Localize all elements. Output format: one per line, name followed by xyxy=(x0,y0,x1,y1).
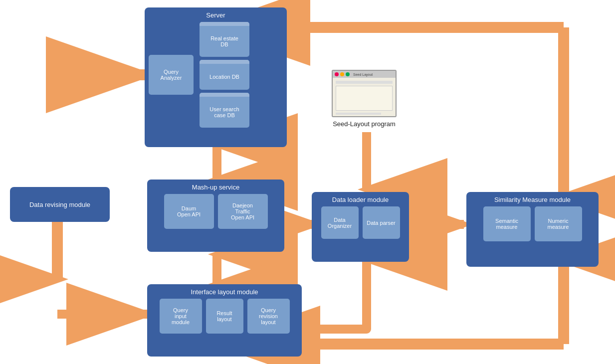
seed-window: Seed Layout xyxy=(332,70,397,117)
interface-layout-box: Interface layout module Queryinputmodule… xyxy=(147,284,302,357)
arrows-layer xyxy=(0,0,615,364)
numeric-measure: Numericmeasure xyxy=(535,206,582,241)
similarity-items: Semanticmeasure Numericmeasure xyxy=(483,206,582,241)
seed-titlebar: Seed Layout xyxy=(333,71,396,78)
seed-btn-min xyxy=(340,72,344,76)
similarity-box: Similarity Measure module Semanticmeasur… xyxy=(466,192,599,267)
daum-api: DaumOpen API xyxy=(164,194,214,229)
query-analyzer-box: QueryAnalyzer xyxy=(149,55,194,95)
mashup-items: DaumOpen API DaejeonTrafficOpen API xyxy=(164,194,268,229)
real-estate-db: Real estateDB xyxy=(200,22,249,57)
interface-layout-items: Queryinputmodule Resultlayout Queryrevis… xyxy=(160,299,290,334)
seed-label: Seed-Layout program xyxy=(333,120,396,128)
query-input-module: Queryinputmodule xyxy=(160,299,202,334)
data-organizer: DataOrganizer xyxy=(321,206,359,239)
db-column: Real estateDB Location DB User searchcas… xyxy=(200,22,249,128)
daejeon-api: DaejeonTrafficOpen API xyxy=(218,194,268,229)
semantic-measure: Semanticmeasure xyxy=(483,206,531,241)
seed-program-container: Seed Layout Seed-Layout program xyxy=(332,70,397,128)
query-analyzer-label: QueryAnalyzer xyxy=(161,69,182,81)
data-loader-items: DataOrganizer Data parser xyxy=(321,206,400,239)
mashup-title: Mash-up service xyxy=(192,183,239,191)
similarity-title: Similarity Measure module xyxy=(494,196,571,203)
data-loader-title: Data loader module xyxy=(332,196,389,203)
seed-btn-max xyxy=(346,72,350,76)
location-db: Location DB xyxy=(200,60,249,90)
data-revising-box: Data revising module xyxy=(10,187,110,222)
query-revision-layout: Queryrevisionlayout xyxy=(247,299,290,334)
server-box: Server QueryAnalyzer Real estateDB Locat… xyxy=(145,7,287,147)
result-layout: Resultlayout xyxy=(206,299,243,334)
mashup-box: Mash-up service DaumOpen API DaejeonTraf… xyxy=(147,180,284,252)
data-loader-box: Data loader module DataOrganizer Data pa… xyxy=(312,192,409,262)
user-search-db: User searchcase DB xyxy=(200,93,249,128)
data-revising-label: Data revising module xyxy=(29,201,90,208)
data-parser: Data parser xyxy=(363,206,400,239)
seed-content xyxy=(333,78,396,117)
server-title: Server xyxy=(206,11,225,19)
architecture-diagram: Server QueryAnalyzer Real estateDB Locat… xyxy=(0,0,615,364)
seed-btn-close xyxy=(335,72,339,76)
interface-layout-title: Interface layout module xyxy=(191,288,258,296)
